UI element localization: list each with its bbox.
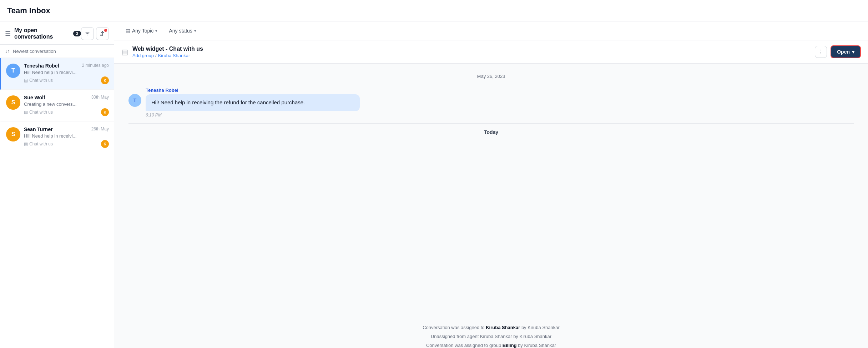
conv-channel-3: ▤ Chat with us (24, 141, 53, 146)
assignee-link[interactable]: Kiruba Shankar (158, 53, 190, 58)
sort-bar: ↓↑ Newest conversation (0, 45, 114, 58)
conv-time-3: 26th May (91, 126, 109, 131)
date-divider: May 26, 2023 (128, 71, 854, 82)
conv-content-3: Sean Turner 26th May Hii! Need help in r… (24, 126, 109, 148)
conv-meta-2: ▤ Chat with us K (24, 108, 109, 116)
sidebar-actions (81, 27, 109, 40)
conv-channel-label-2: Chat with us (29, 110, 53, 115)
sidebar: ☰ My open conversations 3 (0, 21, 114, 348)
conv-top-1: Tenesha Robel 2 minutes ago (24, 63, 109, 69)
today-divider: Today (128, 123, 854, 138)
avatar-tenesha: T (6, 64, 20, 78)
conv-top-2: Sue Wolf 30th May (24, 95, 109, 100)
sort-notification-dot (104, 29, 107, 32)
status-filter-button[interactable]: Any status ▾ (165, 26, 200, 36)
conv-channel-label-3: Chat with us (29, 141, 53, 146)
conv-content-1: Tenesha Robel 2 minutes ago Hii! Need he… (24, 63, 109, 84)
message-sender-name: Tenesha Robel (146, 88, 854, 93)
system-msg-3: Conversation was assigned to group Billi… (128, 343, 854, 348)
sort-button[interactable] (96, 27, 109, 40)
sort-direction-icon: ↓↑ (5, 48, 10, 54)
conv-preview-2: Creating a new convers... (24, 101, 109, 107)
conv-preview-1: Hii! Need help in receivi... (24, 70, 109, 75)
filter-button[interactable] (81, 27, 94, 40)
conv-preview-3: Hii! Need help in receivi... (24, 133, 109, 139)
sidebar-header: ☰ My open conversations 3 (0, 21, 114, 45)
system-msg-2: Unassigned from agent Kiruba Shankar by … (128, 334, 854, 339)
conv-name-2: Sue Wolf (24, 95, 45, 100)
add-group-link[interactable]: Add group (132, 53, 154, 58)
agent-avatar-1: K (101, 76, 109, 84)
topic-chevron-icon: ▾ (155, 29, 157, 33)
conv-name-1: Tenesha Robel (24, 63, 59, 69)
channel-icon-1: ▤ (24, 78, 28, 83)
conv-detail-info: Web widget - Chat with us Add group / Ki… (132, 46, 203, 58)
conv-channel-1: ▤ Chat with us (24, 78, 53, 83)
topic-filter-button[interactable]: ▤ Any Topic ▾ (121, 26, 162, 36)
status-filter-label: Any status (169, 28, 192, 34)
system-msg-1-bold: Kiruba Shankar (486, 325, 520, 330)
avatar-sue: S (6, 95, 20, 110)
conversation-list: T Tenesha Robel 2 minutes ago Hii! Need … (0, 58, 114, 348)
conv-detail-left: ▤ Web widget - Chat with us Add group / … (121, 46, 203, 58)
system-msg-3-bold: Billing (503, 343, 517, 348)
agent-avatar-2: K (101, 108, 109, 116)
sidebar-title-area: ☰ My open conversations 3 (5, 27, 81, 40)
topic-filter-label: Any Topic (132, 28, 153, 34)
filter-bar: ▤ Any Topic ▾ Any status ▾ (114, 21, 868, 40)
conversation-detail-header: ▤ Web widget - Chat with us Add group / … (114, 40, 868, 64)
system-messages: Conversation was assigned to Kiruba Shan… (114, 325, 868, 348)
avatar-sean: S (6, 127, 20, 141)
channel-icon-3: ▤ (24, 141, 28, 146)
open-status-button[interactable]: Open ▾ (831, 45, 861, 58)
chat-area: May 26, 2023 T Tenesha Robel Hii! Need h… (114, 64, 868, 325)
main-layout: ☰ My open conversations 3 (0, 21, 868, 348)
app-title: Team Inbox (7, 6, 50, 15)
conv-meta-1: ▤ Chat with us K (24, 76, 109, 84)
conv-detail-right: ⋮ Open ▾ (815, 45, 861, 58)
agent-avatar-3: K (101, 140, 109, 148)
sort-icon (100, 31, 105, 36)
open-btn-label: Open (837, 49, 850, 55)
conversation-item-3[interactable]: S Sean Turner 26th May Hii! Need help in… (0, 121, 114, 153)
message-bubble: Hii! Need help in receiving the refund f… (146, 94, 360, 111)
separator: / (155, 53, 157, 58)
status-chevron-icon: ▾ (194, 29, 196, 33)
conversation-count-badge: 3 (73, 31, 81, 36)
conv-name-3: Sean Turner (24, 126, 53, 132)
more-options-button[interactable]: ⋮ (815, 46, 827, 58)
conv-time-2: 30th May (91, 95, 109, 100)
conv-channel-label-1: Chat with us (29, 78, 53, 83)
channel-icon-2: ▤ (24, 110, 28, 115)
conversation-item-1[interactable]: T Tenesha Robel 2 minutes ago Hii! Need … (0, 58, 114, 90)
conv-meta-3: ▤ Chat with us K (24, 140, 109, 148)
hamburger-icon[interactable]: ☰ (5, 30, 11, 38)
conv-detail-title: Web widget - Chat with us (132, 46, 203, 52)
conv-channel-2: ▤ Chat with us (24, 110, 53, 115)
sort-label: Newest conversation (13, 49, 56, 54)
filter-icon (85, 31, 90, 36)
conversation-item-2[interactable]: S Sue Wolf 30th May Creating a new conve… (0, 90, 114, 121)
app-header: Team Inbox (0, 0, 868, 21)
conv-detail-sub: Add group / Kiruba Shankar (132, 53, 203, 58)
sidebar-title: My open conversations (14, 27, 70, 40)
topic-filter-icon: ▤ (126, 28, 130, 34)
conv-content-2: Sue Wolf 30th May Creating a new convers… (24, 95, 109, 116)
message-row: T Tenesha Robel Hii! Need help in receiv… (128, 88, 854, 118)
message-time: 6:10 PM (146, 113, 854, 118)
conv-top-3: Sean Turner 26th May (24, 126, 109, 132)
conv-time-1: 2 minutes ago (82, 63, 109, 68)
main-content: ▤ Any Topic ▾ Any status ▾ ▤ Web widget … (114, 21, 868, 348)
message-body: Tenesha Robel Hii! Need help in receivin… (146, 88, 854, 118)
message-sender-avatar: T (128, 94, 141, 107)
system-msg-1: Conversation was assigned to Kiruba Shan… (128, 325, 854, 330)
open-btn-chevron: ▾ (852, 49, 854, 55)
widget-icon: ▤ (121, 48, 128, 56)
